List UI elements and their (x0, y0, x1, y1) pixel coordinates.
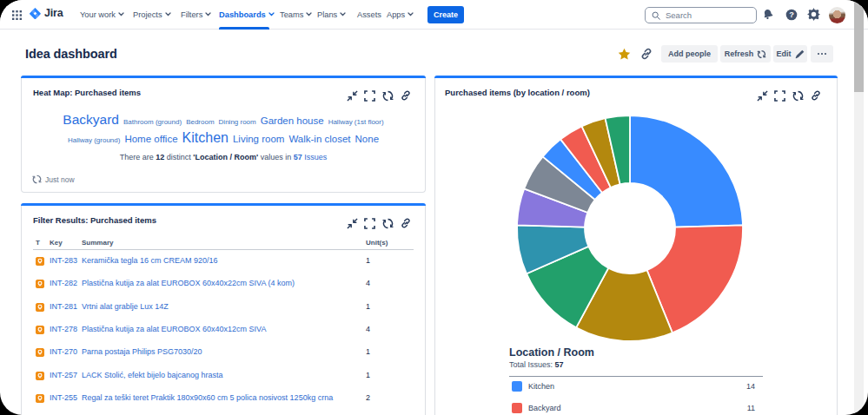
svg-text:?: ? (789, 10, 794, 19)
